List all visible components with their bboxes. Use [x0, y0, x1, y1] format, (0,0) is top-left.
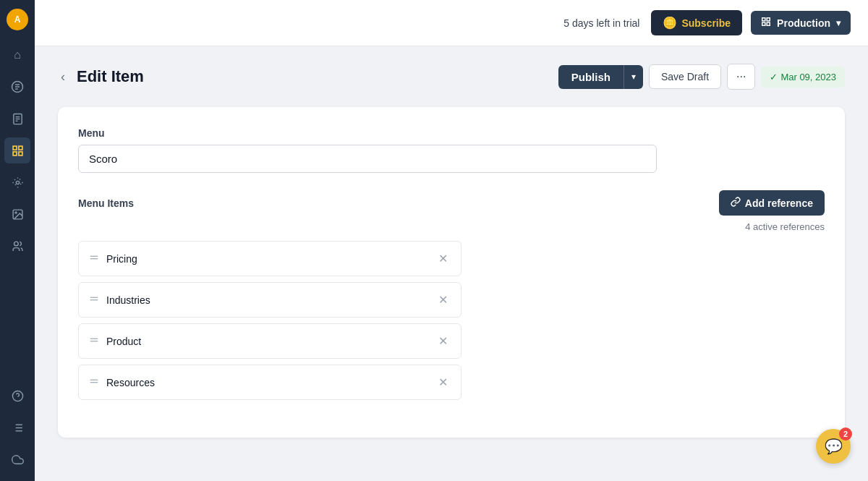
svg-rect-20 [762, 18, 765, 21]
subscribe-label: Subscribe [681, 17, 731, 29]
remove-item-button[interactable]: ✕ [435, 374, 451, 391]
menu-item-name: Pricing [106, 253, 137, 265]
page-header: ‹ Edit Item Publish ▾ Save Draft ··· ✓ M… [58, 64, 845, 90]
subscribe-button[interactable]: 🪙 Subscribe [651, 10, 742, 35]
svg-point-9 [16, 181, 19, 184]
save-draft-button[interactable]: Save Draft [649, 64, 721, 89]
topbar: 5 days left in trial 🪙 Subscribe Product… [35, 0, 868, 46]
add-reference-label: Add reference [745, 197, 813, 209]
date-label: Mar 09, 2023 [780, 72, 836, 82]
svg-rect-21 [767, 18, 770, 21]
link-icon [731, 197, 741, 209]
main-area: 5 days left in trial 🪙 Subscribe Product… [35, 0, 868, 481]
env-icon [761, 17, 771, 29]
sidebar-item-cloud[interactable] [4, 446, 30, 472]
menu-input[interactable] [78, 145, 657, 173]
svg-rect-5 [13, 146, 17, 150]
menu-item-row: Resources ✕ [78, 365, 461, 400]
sidebar: A ⌂ [0, 0, 35, 481]
page-actions: Publish ▾ Save Draft ··· ✓ Mar 09, 2023 [558, 64, 845, 90]
remove-item-button[interactable]: ✕ [435, 250, 451, 267]
date-badge: ✓ Mar 09, 2023 [761, 67, 845, 88]
drag-icon [89, 252, 99, 265]
production-button[interactable]: Production ▾ [751, 11, 851, 35]
menu-item-name: Resources [106, 377, 155, 388]
sidebar-item-settings[interactable] [4, 169, 30, 195]
menu-item-row: Pricing ✕ [78, 241, 461, 276]
sidebar-item-docs[interactable] [4, 106, 30, 132]
back-button[interactable]: ‹ [58, 67, 68, 88]
chevron-down-icon: ▾ [836, 18, 841, 28]
svg-rect-23 [767, 22, 770, 25]
sidebar-item-grid[interactable] [4, 137, 30, 163]
chat-badge: 2 [839, 427, 852, 440]
sidebar-item-home[interactable]: ⌂ [4, 42, 30, 68]
avatar[interactable]: A [7, 9, 28, 30]
drag-icon [89, 376, 99, 388]
menu-item-row: Product ✕ [78, 323, 461, 359]
menu-item-left: Product [89, 335, 141, 347]
remove-item-button[interactable]: ✕ [435, 291, 451, 308]
trial-text: 5 days left in trial [563, 17, 639, 29]
svg-rect-22 [762, 22, 765, 25]
sidebar-item-blog[interactable] [4, 74, 30, 100]
publish-group: Publish ▾ [558, 65, 643, 89]
menu-group: Menu [78, 127, 825, 173]
chat-widget[interactable]: 💬 2 [816, 429, 851, 464]
svg-rect-7 [13, 151, 17, 155]
remove-item-button[interactable]: ✕ [435, 333, 451, 349]
check-icon: ✓ [770, 72, 778, 82]
form-card: Menu Menu Items Add reference 4 active r… [58, 107, 845, 438]
sidebar-item-list[interactable] [4, 414, 30, 440]
menu-item-name: Industries [106, 294, 150, 306]
drag-icon [89, 294, 99, 306]
menu-item-row: Industries ✕ [78, 282, 461, 318]
svg-rect-6 [18, 146, 22, 150]
menu-items-group: Menu Items Add reference 4 active refere… [78, 190, 825, 400]
more-options-button[interactable]: ··· [727, 64, 755, 90]
add-reference-button[interactable]: Add reference [719, 190, 825, 216]
svg-rect-8 [18, 151, 22, 155]
menu-item-left: Industries [89, 294, 150, 306]
coin-icon: 🪙 [663, 16, 677, 30]
svg-point-12 [14, 242, 18, 246]
active-refs-text: 4 active references [78, 221, 825, 232]
sidebar-item-users[interactable] [4, 233, 30, 259]
menu-items-header: Menu Items Add reference [78, 190, 825, 216]
menu-item-left: Resources [89, 376, 155, 388]
menu-items-list: Pricing ✕ Industries ✕ Product ✕ [78, 241, 825, 400]
publish-dropdown-button[interactable]: ▾ [624, 65, 643, 89]
drag-icon [89, 335, 99, 347]
sidebar-item-media[interactable] [4, 201, 30, 227]
menu-items-label: Menu Items [78, 197, 134, 209]
menu-label: Menu [78, 127, 825, 139]
menu-item-left: Pricing [89, 252, 137, 265]
svg-point-11 [14, 211, 16, 213]
chat-icon: 💬 [825, 438, 843, 455]
publish-button[interactable]: Publish [558, 65, 624, 89]
sidebar-item-help[interactable] [4, 383, 30, 409]
menu-item-name: Product [106, 336, 141, 347]
page-header-left: ‹ Edit Item [58, 67, 144, 88]
content-area: ‹ Edit Item Publish ▾ Save Draft ··· ✓ M… [35, 46, 868, 481]
page-title: Edit Item [77, 67, 144, 86]
production-label: Production [777, 17, 830, 29]
